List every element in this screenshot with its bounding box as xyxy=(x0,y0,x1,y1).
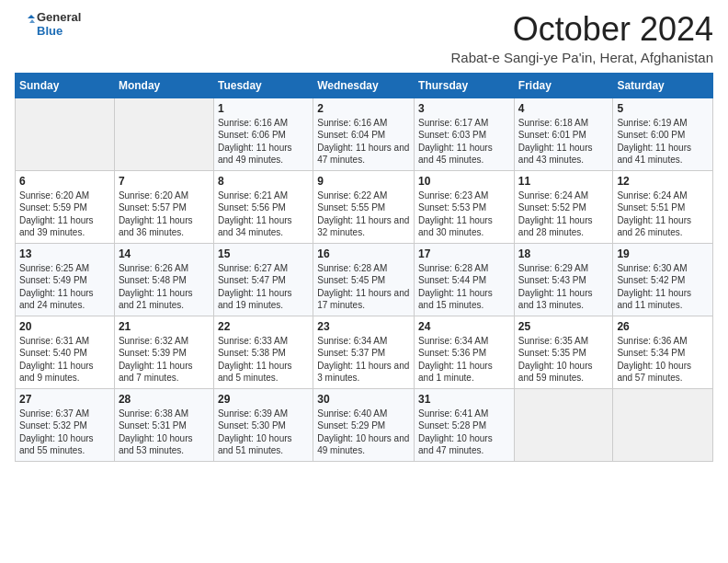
day-number: 13 xyxy=(19,247,110,260)
day-header: Thursday xyxy=(415,73,515,98)
cell-content: Sunrise: 6:22 AM Sunset: 5:55 PM Dayligh… xyxy=(317,190,410,239)
day-number: 20 xyxy=(19,320,110,333)
calendar-cell: 2Sunrise: 6:16 AM Sunset: 6:04 PM Daylig… xyxy=(313,98,415,170)
calendar-cell: 25Sunrise: 6:35 AM Sunset: 5:35 PM Dayli… xyxy=(514,316,613,388)
cell-content: Sunrise: 6:19 AM Sunset: 6:00 PM Dayligh… xyxy=(617,117,709,167)
calendar-cell: 19Sunrise: 6:30 AM Sunset: 5:42 PM Dayli… xyxy=(613,243,713,316)
day-number: 2 xyxy=(317,102,410,115)
day-number: 28 xyxy=(119,393,210,406)
calendar-cell: 1Sunrise: 6:16 AM Sunset: 6:06 PM Daylig… xyxy=(213,98,313,170)
calendar-cell: 6Sunrise: 6:20 AM Sunset: 5:59 PM Daylig… xyxy=(16,170,115,243)
calendar-cell xyxy=(114,98,213,170)
day-header: Saturday xyxy=(613,73,713,98)
cell-content: Sunrise: 6:28 AM Sunset: 5:45 PM Dayligh… xyxy=(317,262,410,312)
cell-content: Sunrise: 6:36 AM Sunset: 5:34 PM Dayligh… xyxy=(617,335,709,385)
cell-content: Sunrise: 6:24 AM Sunset: 5:51 PM Dayligh… xyxy=(617,190,709,239)
cell-content: Sunrise: 6:33 AM Sunset: 5:38 PM Dayligh… xyxy=(218,335,309,385)
day-number: 11 xyxy=(518,175,609,188)
cell-content: Sunrise: 6:39 AM Sunset: 5:30 PM Dayligh… xyxy=(218,408,309,457)
day-header: Friday xyxy=(514,73,613,98)
day-number: 5 xyxy=(617,102,709,115)
header: General Blue October 2024 Rabat-e Sangi-… xyxy=(15,11,713,65)
cell-content: Sunrise: 6:18 AM Sunset: 6:01 PM Dayligh… xyxy=(518,117,609,167)
cell-content: Sunrise: 6:26 AM Sunset: 5:48 PM Dayligh… xyxy=(119,262,210,312)
calendar-cell: 12Sunrise: 6:24 AM Sunset: 5:51 PM Dayli… xyxy=(613,170,713,243)
calendar-cell: 3Sunrise: 6:17 AM Sunset: 6:03 PM Daylig… xyxy=(415,98,515,170)
calendar-cell xyxy=(514,388,613,461)
calendar-table: SundayMondayTuesdayWednesdayThursdayFrid… xyxy=(15,73,713,462)
cell-content: Sunrise: 6:27 AM Sunset: 5:47 PM Dayligh… xyxy=(218,262,309,312)
day-number: 22 xyxy=(218,320,309,333)
logo-container: General Blue xyxy=(15,11,81,39)
svg-marker-1 xyxy=(29,19,35,23)
day-header: Sunday xyxy=(16,73,115,98)
cell-content: Sunrise: 6:20 AM Sunset: 5:57 PM Dayligh… xyxy=(119,190,210,239)
cell-content: Sunrise: 6:31 AM Sunset: 5:40 PM Dayligh… xyxy=(19,335,110,385)
svg-marker-0 xyxy=(28,15,35,18)
calendar-cell: 24Sunrise: 6:34 AM Sunset: 5:36 PM Dayli… xyxy=(415,316,515,388)
logo-text-blue: Blue xyxy=(37,25,81,39)
logo-bird-icon xyxy=(15,15,35,35)
cell-content: Sunrise: 6:24 AM Sunset: 5:52 PM Dayligh… xyxy=(518,190,609,239)
day-number: 24 xyxy=(418,320,510,333)
day-number: 4 xyxy=(518,102,609,115)
cell-content: Sunrise: 6:21 AM Sunset: 5:56 PM Dayligh… xyxy=(218,190,309,239)
calendar-cell: 16Sunrise: 6:28 AM Sunset: 5:45 PM Dayli… xyxy=(313,243,415,316)
calendar-cell: 7Sunrise: 6:20 AM Sunset: 5:57 PM Daylig… xyxy=(114,170,213,243)
cell-content: Sunrise: 6:30 AM Sunset: 5:42 PM Dayligh… xyxy=(617,262,709,312)
day-number: 14 xyxy=(119,247,210,260)
day-number: 25 xyxy=(518,320,609,333)
cell-content: Sunrise: 6:32 AM Sunset: 5:39 PM Dayligh… xyxy=(119,335,210,385)
cell-content: Sunrise: 6:16 AM Sunset: 6:06 PM Dayligh… xyxy=(218,117,309,167)
day-number: 23 xyxy=(317,320,410,333)
cell-content: Sunrise: 6:25 AM Sunset: 5:49 PM Dayligh… xyxy=(19,262,110,312)
day-number: 1 xyxy=(218,102,309,115)
cell-content: Sunrise: 6:40 AM Sunset: 5:29 PM Dayligh… xyxy=(317,408,410,457)
calendar-cell xyxy=(613,388,713,461)
day-number: 18 xyxy=(518,247,609,260)
day-number: 12 xyxy=(617,175,709,188)
cell-content: Sunrise: 6:29 AM Sunset: 5:43 PM Dayligh… xyxy=(518,262,609,312)
day-number: 16 xyxy=(317,247,410,260)
cell-content: Sunrise: 6:34 AM Sunset: 5:37 PM Dayligh… xyxy=(317,335,410,385)
calendar-cell: 20Sunrise: 6:31 AM Sunset: 5:40 PM Dayli… xyxy=(16,316,115,388)
day-number: 30 xyxy=(317,393,410,406)
calendar-cell: 29Sunrise: 6:39 AM Sunset: 5:30 PM Dayli… xyxy=(213,388,313,461)
calendar-cell: 13Sunrise: 6:25 AM Sunset: 5:49 PM Dayli… xyxy=(16,243,115,316)
day-header: Tuesday xyxy=(213,73,313,98)
day-number: 9 xyxy=(317,175,410,188)
day-number: 8 xyxy=(218,175,309,188)
calendar-cell xyxy=(16,98,115,170)
page-title: October 2024 xyxy=(450,11,713,48)
calendar-cell: 10Sunrise: 6:23 AM Sunset: 5:53 PM Dayli… xyxy=(415,170,515,243)
calendar-cell: 17Sunrise: 6:28 AM Sunset: 5:44 PM Dayli… xyxy=(415,243,515,316)
calendar-cell: 14Sunrise: 6:26 AM Sunset: 5:48 PM Dayli… xyxy=(114,243,213,316)
cell-content: Sunrise: 6:34 AM Sunset: 5:36 PM Dayligh… xyxy=(418,335,510,385)
calendar-cell: 8Sunrise: 6:21 AM Sunset: 5:56 PM Daylig… xyxy=(213,170,313,243)
logo: General Blue xyxy=(15,11,81,39)
day-header: Monday xyxy=(114,73,213,98)
calendar-cell: 31Sunrise: 6:41 AM Sunset: 5:28 PM Dayli… xyxy=(415,388,515,461)
day-number: 21 xyxy=(119,320,210,333)
calendar-cell: 21Sunrise: 6:32 AM Sunset: 5:39 PM Dayli… xyxy=(114,316,213,388)
cell-content: Sunrise: 6:16 AM Sunset: 6:04 PM Dayligh… xyxy=(317,117,410,167)
cell-content: Sunrise: 6:35 AM Sunset: 5:35 PM Dayligh… xyxy=(518,335,609,385)
day-number: 3 xyxy=(418,102,510,115)
page-subtitle: Rabat-e Sangi-ye Pa'in, Herat, Afghanist… xyxy=(450,50,713,65)
calendar-cell: 28Sunrise: 6:38 AM Sunset: 5:31 PM Dayli… xyxy=(114,388,213,461)
day-number: 15 xyxy=(218,247,309,260)
day-header: Wednesday xyxy=(313,73,415,98)
calendar-cell: 15Sunrise: 6:27 AM Sunset: 5:47 PM Dayli… xyxy=(213,243,313,316)
day-number: 26 xyxy=(617,320,709,333)
cell-content: Sunrise: 6:38 AM Sunset: 5:31 PM Dayligh… xyxy=(119,408,210,457)
calendar-cell: 23Sunrise: 6:34 AM Sunset: 5:37 PM Dayli… xyxy=(313,316,415,388)
day-number: 10 xyxy=(418,175,510,188)
logo-text-general: General xyxy=(37,11,81,25)
day-number: 31 xyxy=(418,393,510,406)
header-right: October 2024 Rabat-e Sangi-ye Pa'in, Her… xyxy=(450,11,713,65)
cell-content: Sunrise: 6:28 AM Sunset: 5:44 PM Dayligh… xyxy=(418,262,510,312)
day-number: 29 xyxy=(218,393,309,406)
day-number: 27 xyxy=(19,393,110,406)
cell-content: Sunrise: 6:41 AM Sunset: 5:28 PM Dayligh… xyxy=(418,408,510,457)
calendar-cell: 30Sunrise: 6:40 AM Sunset: 5:29 PM Dayli… xyxy=(313,388,415,461)
